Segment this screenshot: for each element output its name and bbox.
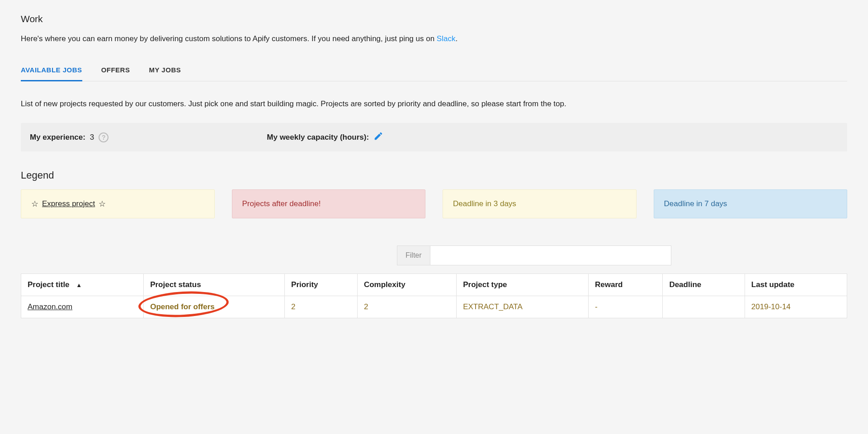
experience-meta: My experience: 3 ? (30, 132, 108, 142)
star-icon: ☆ (31, 199, 38, 209)
project-status-value: Opened for offers (150, 302, 215, 311)
sort-arrow-icon: ▲ (76, 282, 82, 288)
page-intro: Here's where you can earn money by deliv… (21, 34, 847, 43)
legend-express: ☆ Express project ☆ (21, 189, 215, 218)
legend-deadline-3: Deadline in 3 days (443, 189, 637, 218)
experience-value: 3 (90, 133, 94, 142)
legend-after-deadline: Projects after deadline! (232, 189, 426, 218)
tab-offers[interactable]: OFFERS (101, 66, 130, 81)
complexity-value: 2 (357, 296, 456, 318)
intro-text: Here's where you can earn money by deliv… (21, 34, 437, 43)
help-icon[interactable]: ? (99, 132, 108, 142)
col-priority[interactable]: Priority (285, 274, 358, 296)
capacity-label: My weekly capacity (hours): (267, 133, 369, 142)
experience-label: My experience: (30, 133, 85, 142)
table-header-row: Project title ▲ Project status Priority … (21, 274, 847, 296)
legend-express-label: Express project (42, 199, 95, 208)
slack-link[interactable]: Slack (437, 34, 456, 43)
tab-my-jobs[interactable]: MY JOBS (149, 66, 181, 81)
table-row: Amazon.com Opened for offers 2 2 EXTRACT… (21, 296, 847, 318)
col-reward[interactable]: Reward (589, 274, 663, 296)
col-project-status[interactable]: Project status (144, 274, 285, 296)
col-project-title[interactable]: Project title ▲ (21, 274, 144, 296)
deadline-value (663, 296, 745, 318)
tab-available-jobs[interactable]: AVAILABLE JOBS (21, 66, 82, 81)
star-icon: ☆ (99, 199, 106, 209)
tabs: AVAILABLE JOBS OFFERS MY JOBS (21, 66, 847, 81)
col-last-update[interactable]: Last update (745, 274, 847, 296)
projects-table: Project title ▲ Project status Priority … (21, 274, 847, 318)
last-update-value: 2019-10-14 (745, 296, 847, 318)
col-project-type[interactable]: Project type (457, 274, 589, 296)
intro-suffix: . (455, 34, 458, 43)
priority-value: 2 (285, 296, 358, 318)
filter-label: Filter (397, 245, 430, 265)
legend-grid: ☆ Express project ☆ Projects after deadl… (21, 189, 847, 218)
project-type-value: EXTRACT_DATA (457, 296, 589, 318)
tab-description: List of new projects requested by our cu… (21, 99, 847, 108)
reward-value: - (589, 296, 663, 318)
col-complexity[interactable]: Complexity (357, 274, 456, 296)
filter-input[interactable] (430, 245, 671, 265)
filter-row: Filter (397, 245, 847, 265)
pencil-icon[interactable] (373, 131, 383, 143)
col-project-title-label: Project title (28, 280, 70, 289)
col-deadline[interactable]: Deadline (663, 274, 745, 296)
legend-title: Legend (21, 170, 847, 181)
legend-deadline-7: Deadline in 7 days (654, 189, 848, 218)
page-title: Work (21, 14, 847, 24)
capacity-meta: My weekly capacity (hours): (267, 131, 383, 143)
project-title-link[interactable]: Amazon.com (28, 302, 72, 311)
meta-bar: My experience: 3 ? My weekly capacity (h… (21, 123, 847, 151)
